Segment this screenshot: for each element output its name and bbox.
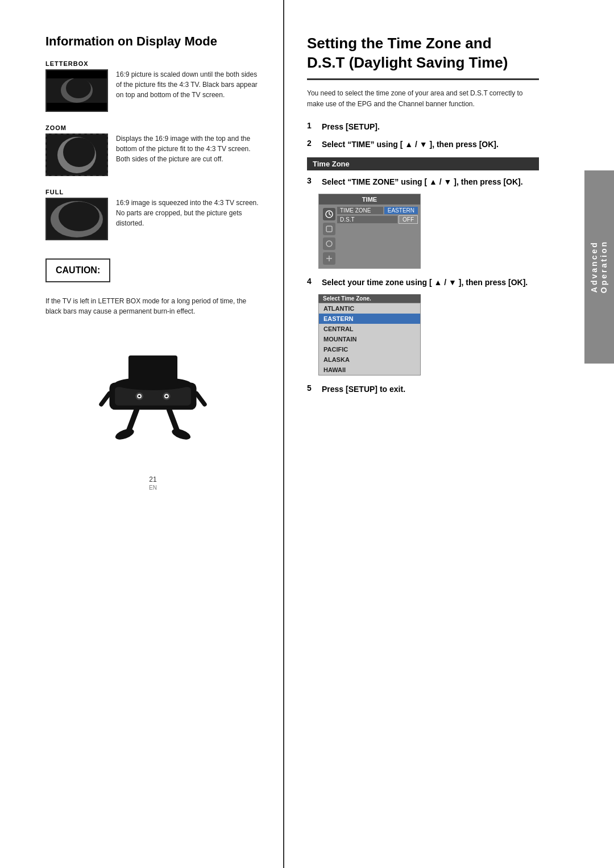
menu-icon-4 [323,252,335,265]
zoom-description: Displays the 16:9 image with the top and… [116,133,260,164]
step-3-text: Select “TIME ZONE” using [ ▲ / ▼ ], then… [322,176,523,188]
display-mode-item-zoom: ZOOM Displays the 16:9 image with the to… [45,124,260,176]
display-mode-item-letterbox: LETTERBOX 16:9 picture is scaled down un… [45,60,260,112]
menu-icon-2 [323,223,335,235]
svg-point-10 [138,395,140,398]
svg-rect-15 [128,356,177,385]
intro-text: You need to select the time zone of your… [307,88,539,110]
tz-row-eastern: EASTERN [319,314,420,324]
tz-menu-title: Select Time Zone. [318,294,421,303]
step-1-num: 1 [307,121,320,130]
caution-text: If the TV is left in LETTER BOX mode for… [45,296,260,316]
svg-line-24 [329,214,331,215]
letterbox-description: 16:9 picture is scaled down until the bo… [116,69,260,100]
caution-box: CAUTION: [45,258,110,282]
svg-point-13 [165,395,168,398]
right-title: Setting the Time Zone and D.S.T (Dayligh… [307,34,539,80]
step-1-text: Press [SETUP]. [322,121,380,133]
menu1-value-dst: OFF [399,215,418,224]
step-2: 2 Select “TIME” using [ ▲ / ▼ ], then pr… [307,139,539,151]
zoom-moon-svg [53,135,101,175]
full-moon-svg [48,199,105,239]
menu1-item-timezone: TIME ZONE [337,207,383,214]
tz-row-mountain: MOUNTAIN [319,334,420,344]
tz-menu: Select Time Zone. ATLANTIC EASTERN CENTR… [318,294,421,375]
mascot-icon [96,339,210,464]
menu1-row-2: D.S.T OFF [337,215,418,224]
svg-line-17 [169,410,177,431]
caution-label: CAUTION: [56,265,100,275]
step-4-text: Select your time zone using [ ▲ / ▼ ], t… [322,277,528,289]
side-tab-label: AdvancedOperation [590,240,609,293]
full-description: 16:9 image is squeezed into the 4:3 TV s… [116,198,260,228]
menu-icon-1 [323,208,335,220]
svg-point-3 [63,137,95,167]
full-image [45,198,108,240]
menu-icon-3 [323,237,335,250]
svg-point-5 [59,202,99,231]
tz-row-pacific: PACIFIC [319,344,420,354]
step-3-num: 3 [307,176,320,185]
step-5-num: 5 [307,383,320,393]
svg-rect-25 [326,226,332,232]
step-4: 4 Select your time zone using [ ▲ / ▼ ],… [307,277,539,289]
tz-menu-body: ATLANTIC EASTERN CENTRAL MOUNTAIN PACIFI… [318,303,421,375]
menu1-row-1: TIME ZONE EASTERN [337,207,418,214]
right-column: Setting the Time Zone and D.S.T (Dayligh… [284,0,584,868]
svg-point-26 [326,241,332,247]
letterbox-moon-svg [57,78,97,103]
step-5: 5 Press [SETUP] to exit. [307,383,539,395]
letterbox-image [45,69,108,112]
step-4-num: 4 [307,277,320,286]
left-column: Information on Display Mode LETTERBOX [0,0,284,868]
menu-screenshot-1: TIME [318,194,421,269]
mascot-container [45,339,260,464]
svg-line-20 [101,394,109,404]
tz-row-alaska: ALASKA [319,354,420,365]
zoom-image [45,133,108,176]
svg-line-16 [128,410,136,431]
full-tv [45,198,108,240]
zoom-tv [45,133,108,176]
svg-point-1 [66,78,91,98]
display-mode-item-full: FULL 16:9 image is squeezed into the 4:3… [45,189,260,240]
step-5-text: Press [SETUP] to exit. [322,383,405,395]
left-section-title: Information on Display Mode [45,34,260,49]
svg-line-21 [197,394,205,404]
menu1-value-timezone: EASTERN [384,207,418,214]
letterbox-label: LETTERBOX [45,60,260,67]
step-2-num: 2 [307,139,320,148]
step-2-text: Select “TIME” using [ ▲ / ▼ ], then pres… [322,139,499,151]
side-tab: AdvancedOperation [584,170,614,364]
letterbox-tv [45,69,108,112]
page-number: 21 EN [45,475,260,491]
time-zone-header: Time Zone [307,157,539,170]
full-label: FULL [45,189,260,195]
tz-row-central: CENTRAL [319,324,420,334]
tz-row-atlantic: ATLANTIC [319,303,420,314]
tz-row-hawaii: HAWAII [319,365,420,375]
menu1-title: TIME [319,194,420,205]
menu1-body: TIME ZONE EASTERN D.S.T OFF [319,205,420,268]
step-1: 1 Press [SETUP]. [307,121,539,133]
zoom-label: ZOOM [45,124,260,131]
menu1-item-dst: D.S.T [337,216,397,223]
step-3: 3 Select “TIME ZONE” using [ ▲ / ▼ ], th… [307,176,539,188]
